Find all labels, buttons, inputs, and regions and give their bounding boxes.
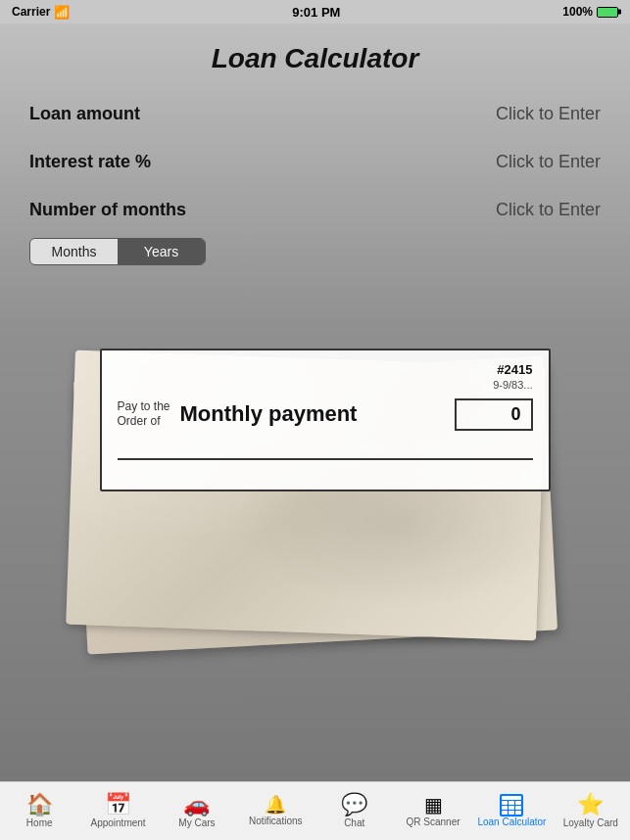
check-number: #2415 xyxy=(493,362,532,379)
tab-qr-scanner[interactable]: ▦ QR Scanner xyxy=(394,789,472,833)
battery-icon xyxy=(597,7,618,18)
interest-rate-label: Interest rate % xyxy=(29,152,151,172)
check-box: #2415 9-9/83... Pay to theOrder of Month… xyxy=(100,349,551,491)
loan-amount-row: Loan amount Click to Enter xyxy=(29,90,601,138)
tab-loan-calculator[interactable]: Loan Calculator xyxy=(472,789,551,833)
tab-appointment[interactable]: 📅 Appointment xyxy=(78,788,157,834)
check-signature-line xyxy=(118,458,533,460)
number-of-months-label: Number of months xyxy=(29,200,186,220)
loan-calculator-icon xyxy=(500,795,523,815)
tab-qr-scanner-label: QR Scanner xyxy=(407,817,460,827)
loan-amount-value[interactable]: Click to Enter xyxy=(496,104,601,124)
carrier-label: Carrier xyxy=(12,5,50,19)
number-of-months-row: Number of months Click to Enter xyxy=(29,186,601,234)
segment-control: Months Years xyxy=(29,238,206,265)
main-content: Loan Calculator Loan amount Click to Ent… xyxy=(0,23,630,781)
home-icon: 🏠 xyxy=(26,794,53,816)
number-of-months-value[interactable]: Click to Enter xyxy=(496,200,601,220)
interest-rate-value[interactable]: Click to Enter xyxy=(496,152,601,172)
status-bar: Carrier 📶 9:01 PM 100% xyxy=(0,0,630,23)
check-pay-row: Pay to theOrder of Monthly payment 0 xyxy=(118,398,533,431)
tab-loan-calculator-label: Loan Calculator xyxy=(477,817,546,827)
chat-icon: 💬 xyxy=(341,794,367,816)
check-header: #2415 9-9/83... xyxy=(118,362,533,391)
check-payee: Monthly payment xyxy=(180,401,358,427)
wifi-icon: 📶 xyxy=(54,5,70,20)
tab-chat-label: Chat xyxy=(344,817,364,828)
tab-home[interactable]: 🏠 Home xyxy=(0,788,78,834)
envelope-wrapper: #2415 9-9/83... Pay to theOrder of Month… xyxy=(61,349,570,662)
my-cars-icon: 🚗 xyxy=(183,794,210,816)
check-amount: 0 xyxy=(455,398,533,431)
check-pay-label: Pay to theOrder of xyxy=(118,399,170,430)
months-segment-button[interactable]: Months xyxy=(30,239,118,264)
loyalty-card-icon: ⭐ xyxy=(577,794,604,816)
interest-rate-row: Interest rate % Click to Enter xyxy=(29,138,601,186)
tab-appointment-label: Appointment xyxy=(90,817,145,828)
tab-notifications-label: Notifications xyxy=(249,816,302,826)
appointment-icon: 📅 xyxy=(105,794,131,816)
form-section: Loan amount Click to Enter Interest rate… xyxy=(0,90,630,234)
page-title: Loan Calculator xyxy=(0,23,630,90)
tab-loyalty-card[interactable]: ⭐ Loyalty Card xyxy=(552,788,630,834)
tab-bar: 🏠 Home 📅 Appointment 🚗 My Cars 🔔 Notific… xyxy=(0,781,630,840)
status-left: Carrier 📶 xyxy=(12,5,70,20)
status-time: 9:01 PM xyxy=(292,5,340,20)
tab-notifications[interactable]: 🔔 Notifications xyxy=(236,790,315,832)
status-right: 100% xyxy=(562,5,618,19)
years-segment-button[interactable]: Years xyxy=(118,239,205,264)
notifications-icon: 🔔 xyxy=(265,796,286,814)
check-date: 9-9/83... xyxy=(493,379,532,391)
battery-percent: 100% xyxy=(562,5,593,19)
tab-my-cars-label: My Cars xyxy=(178,817,215,828)
qr-scanner-icon: ▦ xyxy=(424,795,443,815)
tab-home-label: Home xyxy=(26,817,53,828)
tab-chat[interactable]: 💬 Chat xyxy=(315,788,394,834)
tab-loyalty-card-label: Loyalty Card xyxy=(563,817,618,828)
loan-amount-label: Loan amount xyxy=(29,104,140,124)
envelope-area: #2415 9-9/83... Pay to theOrder of Month… xyxy=(0,288,630,723)
tab-my-cars[interactable]: 🚗 My Cars xyxy=(158,788,236,834)
